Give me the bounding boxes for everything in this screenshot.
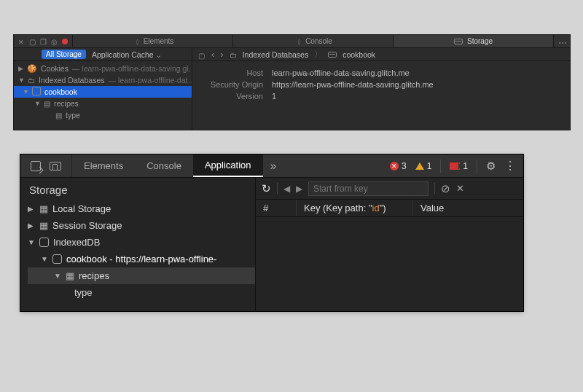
crumb-root[interactable]: Indexed Databases xyxy=(243,50,308,59)
col-key[interactable]: Key (Key path: "id") xyxy=(297,200,413,216)
separator xyxy=(477,160,477,173)
separator xyxy=(440,160,441,173)
storage-filter-bar: All Storage Application Cache xyxy=(14,48,192,61)
detail-key-version: Version xyxy=(203,92,272,101)
warning-icon xyxy=(415,162,424,170)
page-prev-icon[interactable] xyxy=(283,183,290,194)
sidebar-local-storage[interactable]: ▶ Local Storage xyxy=(28,200,255,217)
error-count[interactable]: 3 xyxy=(390,161,407,171)
tab-elements[interactable]: Elements xyxy=(73,35,233,47)
sidebar-store-recipes[interactable]: ▼ recipes xyxy=(28,267,255,284)
col-value[interactable]: Value xyxy=(413,200,523,216)
application-main: # Key (Key path: "id") Value xyxy=(256,178,523,311)
label: recipes xyxy=(79,270,109,281)
sidebar-session-storage[interactable]: ▶ Session Storage xyxy=(28,217,255,234)
table-icon xyxy=(55,111,62,119)
crumb-separator: 〉 xyxy=(314,50,322,60)
issues-icon xyxy=(450,162,460,170)
disclosure-icon: ▼ xyxy=(28,238,35,246)
tree-label: recipes xyxy=(54,99,79,108)
disclosure-icon: ▼ xyxy=(23,88,28,95)
storage-icon xyxy=(39,220,48,231)
tab-elements[interactable]: Elements xyxy=(72,154,135,177)
clear-store-icon[interactable] xyxy=(441,182,450,195)
detail-val-host: learn-pwa-offline-data-saving.glitch.me xyxy=(272,68,560,77)
tab-console[interactable]: Console xyxy=(135,154,193,177)
warning-count[interactable]: 1 xyxy=(415,161,432,171)
sidebar-index-type[interactable]: type xyxy=(28,284,255,301)
tree-store-recipes[interactable]: ▼ recipes xyxy=(14,98,192,109)
nav-back-icon[interactable] xyxy=(211,50,214,59)
key-suffix: ") xyxy=(380,203,386,213)
tab-bar-lead xyxy=(20,154,72,177)
col-index[interactable]: # xyxy=(256,200,297,216)
storage-sidebar: All Storage Application Cache ▶ Cookies … xyxy=(14,48,192,130)
overflow-icon xyxy=(558,38,566,45)
count: 3 xyxy=(402,161,407,171)
inspect-icon[interactable] xyxy=(51,38,58,45)
sidebar-toggle-icon[interactable] xyxy=(198,51,206,58)
sidebar-heading: Storage xyxy=(29,184,255,196)
storage-detail-pane: Indexed Databases 〉 cookbook Host learn-… xyxy=(192,48,570,130)
start-from-key-input[interactable] xyxy=(308,181,429,196)
detail-key-host: Host xyxy=(203,68,272,77)
detail-val-origin: https://learn-pwa-offline-data-saving.gl… xyxy=(272,80,560,89)
db-details: Host learn-pwa-offline-data-saving.glitc… xyxy=(192,61,570,108)
menu-icon[interactable] xyxy=(504,159,516,173)
elements-icon xyxy=(132,38,139,45)
safari-devtools-panel: Elements Console Storage All Storage App… xyxy=(14,35,570,130)
top-tab-bar: Elements Console Storage xyxy=(14,35,570,48)
tab-storage[interactable]: Storage xyxy=(394,35,554,47)
storage-icon xyxy=(39,203,48,214)
label: IndexedDB xyxy=(53,237,100,248)
element-picker-icon[interactable] xyxy=(31,161,41,171)
overflow[interactable] xyxy=(554,35,570,47)
storage-tree: ▶ Cookies — learn-pwa-offline-data-savin… xyxy=(14,61,192,122)
disclosure-icon: ▶ xyxy=(18,65,23,72)
dock-bottom-icon[interactable] xyxy=(40,38,47,45)
detail-val-version: 1 xyxy=(272,92,560,101)
idb-toolbar xyxy=(256,178,523,200)
label: Local Storage xyxy=(52,203,111,214)
chrome-devtools-panel: Elements Console Application » 3 1 1 S xyxy=(20,154,523,311)
disclosure-icon: ▼ xyxy=(34,100,40,107)
top-tab-bar: Elements Console Application » 3 1 1 xyxy=(20,154,523,178)
sidebar-db-cookbook[interactable]: ▼ cookbook - https://learn-pwa-offline- xyxy=(28,251,255,267)
count: 1 xyxy=(427,161,432,171)
settings-icon[interactable] xyxy=(486,160,496,173)
crumb-db[interactable]: cookbook xyxy=(343,50,375,59)
tab-application[interactable]: Application xyxy=(193,154,263,177)
key-id: id xyxy=(372,203,380,213)
tree-db-cookbook[interactable]: ▼ cookbook xyxy=(14,86,192,98)
tree-index-type[interactable]: ▶ type xyxy=(14,109,192,121)
nav-forward-icon[interactable] xyxy=(220,50,223,59)
storage-icon xyxy=(454,39,463,44)
tree-label: Cookies xyxy=(41,64,69,73)
page-next-icon[interactable] xyxy=(296,183,302,194)
tree-indexed-databases[interactable]: ▼ Indexed Databases — learn-pwa-offline-… xyxy=(14,74,192,86)
tree-host: — learn-pwa-offline-dat… xyxy=(108,76,192,85)
application-sidebar: Storage ▶ Local Storage ▶ Session Storag… xyxy=(20,178,256,311)
filter-app-cache[interactable]: Application Cache xyxy=(92,50,163,59)
error-badge-icon[interactable] xyxy=(62,39,68,44)
count: 1 xyxy=(463,161,468,171)
disclosure-icon: ▼ xyxy=(18,77,24,84)
separator xyxy=(277,183,278,195)
delete-selected-icon[interactable] xyxy=(456,183,464,194)
dock-side-icon[interactable] xyxy=(29,38,36,45)
database-icon xyxy=(52,254,62,264)
tree-cookies[interactable]: ▶ Cookies — learn-pwa-offline-data-savin… xyxy=(14,63,192,74)
filter-all-storage[interactable]: All Storage xyxy=(42,50,86,59)
tab-overflow[interactable]: » xyxy=(263,154,284,177)
issues-count[interactable]: 1 xyxy=(450,161,468,171)
cookie-icon xyxy=(27,64,37,74)
label: Session Storage xyxy=(52,220,122,231)
refresh-icon[interactable] xyxy=(262,182,271,195)
database-icon xyxy=(32,87,41,97)
sidebar-indexeddb[interactable]: ▼ IndexedDB xyxy=(28,234,255,251)
close-icon[interactable] xyxy=(18,38,26,45)
tab-label: Storage xyxy=(467,37,493,45)
label: cookbook - https://learn-pwa-offline- xyxy=(66,254,216,264)
tab-console[interactable]: Console xyxy=(233,35,394,47)
device-toolbar-icon[interactable] xyxy=(50,162,61,170)
